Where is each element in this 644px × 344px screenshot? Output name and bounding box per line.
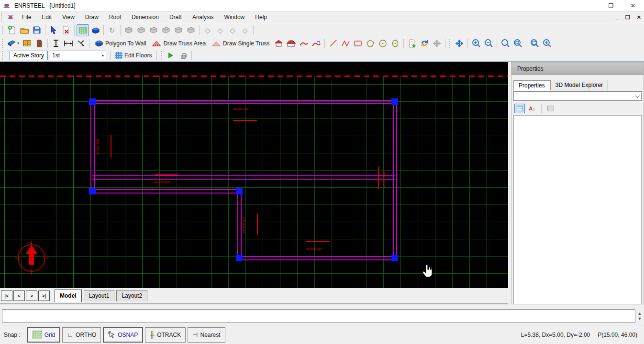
polygon-tool-button[interactable] — [364, 37, 377, 49]
grid-snap-toggle[interactable]: Grid — [27, 327, 61, 343]
brick-wall-button[interactable] — [21, 37, 33, 49]
house-hip-roof-button[interactable] — [285, 37, 298, 49]
wall-right[interactable] — [393, 102, 397, 258]
line-tool-button[interactable] — [327, 37, 339, 49]
polygon-to-wall-button[interactable]: Polygon To Wall — [91, 37, 149, 49]
wall-left[interactable] — [90, 102, 95, 191]
close-button[interactable]: ✕ — [622, 0, 644, 11]
minimize-button[interactable]: — — [578, 0, 600, 11]
ortho-toggle[interactable]: ∟ ORTHO — [62, 327, 101, 343]
property-grid[interactable] — [513, 115, 642, 304]
alphabetical-sort-button[interactable]: A↓ — [527, 104, 537, 113]
zoom-in-button[interactable] — [470, 37, 482, 49]
menu-help[interactable]: Help — [250, 11, 272, 23]
tab-properties[interactable]: Properties — [513, 80, 550, 91]
zoom-out-button[interactable] — [482, 37, 495, 49]
new-file-button[interactable] — [6, 24, 18, 36]
wall-node[interactable] — [236, 188, 243, 194]
iso-view-nw-button[interactable]: ◇ — [239, 24, 251, 36]
wall-node[interactable] — [391, 255, 398, 261]
first-sheet-button[interactable]: |< — [1, 290, 12, 301]
otrack-toggle[interactable]: ╫ OTRACK — [145, 327, 186, 343]
toolbar-grip[interactable] — [2, 26, 4, 34]
scroll-down-icon[interactable]: ▼ — [638, 317, 642, 321]
menu-analysis[interactable]: Analysis — [187, 11, 219, 23]
properties-panel-caption[interactable]: Properties — [511, 63, 644, 75]
roof-slope-button[interactable] — [298, 37, 310, 49]
select-tool-button[interactable] — [47, 24, 60, 36]
menu-window[interactable]: Window — [219, 11, 250, 23]
categorized-view-button[interactable] — [514, 104, 525, 113]
wall-node[interactable] — [89, 188, 96, 194]
zoom-window-button[interactable] — [499, 37, 511, 49]
leader-tool-button[interactable] — [75, 37, 87, 49]
polyline-tool-button[interactable] — [339, 37, 352, 49]
view-cube-bottom-button[interactable] — [185, 24, 197, 36]
scroll-up-icon[interactable]: ▲ — [638, 312, 642, 316]
wall-mid-horizontal[interactable] — [92, 189, 239, 194]
wall-top[interactable] — [92, 100, 395, 104]
nearest-snap-toggle[interactable]: ⊣ Nearest — [188, 327, 225, 343]
osnap-toggle[interactable]: OSNAP — [103, 327, 143, 343]
house-roof-button[interactable] — [272, 37, 285, 49]
mdi-minimize-button[interactable]: _ — [616, 14, 619, 20]
wall-node[interactable] — [391, 98, 398, 105]
draw-single-truss-button[interactable]: Draw Single Truss — [209, 37, 272, 49]
save-button[interactable] — [31, 24, 43, 36]
wall-bottom[interactable] — [239, 256, 395, 260]
solid-view-button[interactable] — [89, 24, 101, 36]
view-cube-right-button[interactable] — [160, 24, 172, 36]
beam-tool-button[interactable] — [50, 37, 62, 49]
active-story-button[interactable]: Active Story — [10, 51, 48, 60]
wall-tool-button[interactable]: ▾ — [6, 37, 21, 49]
run-analysis-button[interactable] — [165, 50, 177, 62]
zoom-previous-button[interactable] — [528, 37, 541, 49]
menu-edit[interactable]: Edit — [36, 11, 57, 23]
roof-edit-button[interactable] — [310, 37, 322, 49]
draw-truss-area-button[interactable]: Draw Truss Area — [149, 37, 209, 49]
sync-model-button[interactable] — [418, 37, 431, 49]
circle-tool-button[interactable] — [377, 37, 389, 49]
previous-sheet-button[interactable]: < — [13, 290, 25, 301]
menu-file[interactable]: File — [17, 11, 36, 23]
iso-view-se-button[interactable]: ◇ — [214, 24, 226, 36]
view-cube-front-button[interactable] — [122, 24, 135, 36]
wall-node[interactable] — [236, 255, 243, 261]
iso-view-sw-button[interactable]: ◇ — [201, 24, 214, 36]
ellipse-tool-button[interactable] — [389, 37, 401, 49]
wall-node[interactable] — [89, 98, 96, 105]
menu-roof[interactable]: Roof — [104, 11, 126, 23]
delete-button[interactable] — [60, 24, 72, 36]
property-pages-button[interactable] — [545, 104, 556, 113]
iso-view-ne-button[interactable]: ◇ — [226, 24, 239, 36]
move-tool-button[interactable] — [431, 37, 443, 49]
toolbar-grip[interactable] — [449, 39, 452, 48]
mdi-close-button[interactable]: ✕ — [637, 14, 641, 21]
view-cube-left-button[interactable] — [147, 24, 160, 36]
tab-layout1[interactable]: Layout1 — [84, 290, 115, 301]
mdi-restore-button[interactable]: ❐ — [625, 14, 630, 21]
toolbar-grip[interactable] — [2, 39, 4, 48]
import-model-button[interactable] — [406, 37, 418, 49]
view-cube-top-button[interactable] — [172, 24, 185, 36]
last-sheet-button[interactable]: >| — [38, 290, 50, 301]
menu-dimension[interactable]: Dimension — [126, 11, 164, 23]
drawing-canvas[interactable]: w1=2x4(typ) w1=2x4(typ) w1=2x4(typ) w2=2… — [0, 62, 508, 288]
tab-3d-model-explorer[interactable]: 3D Model Explorer — [550, 80, 608, 90]
pan-button[interactable] — [453, 37, 466, 49]
open-file-button[interactable] — [18, 24, 31, 36]
door-tool-button[interactable] — [33, 37, 45, 49]
next-sheet-button[interactable]: > — [26, 290, 37, 301]
menu-draft[interactable]: Draft — [164, 11, 187, 23]
wireframe-view-button[interactable] — [77, 24, 89, 36]
menu-view[interactable]: View — [57, 11, 80, 23]
dimension-tool-button[interactable] — [62, 37, 75, 49]
wall-top[interactable] — [92, 175, 395, 180]
view-cube-back-button[interactable] — [135, 24, 147, 36]
orbit-view-button[interactable]: ↻ — [106, 24, 118, 36]
zoom-extents-button[interactable] — [511, 37, 524, 49]
zoom-dynamic-button[interactable] — [541, 37, 553, 49]
object-selector[interactable] — [513, 91, 642, 101]
tab-model[interactable]: Model — [55, 290, 82, 302]
restore-button[interactable]: ❐ — [600, 0, 622, 11]
